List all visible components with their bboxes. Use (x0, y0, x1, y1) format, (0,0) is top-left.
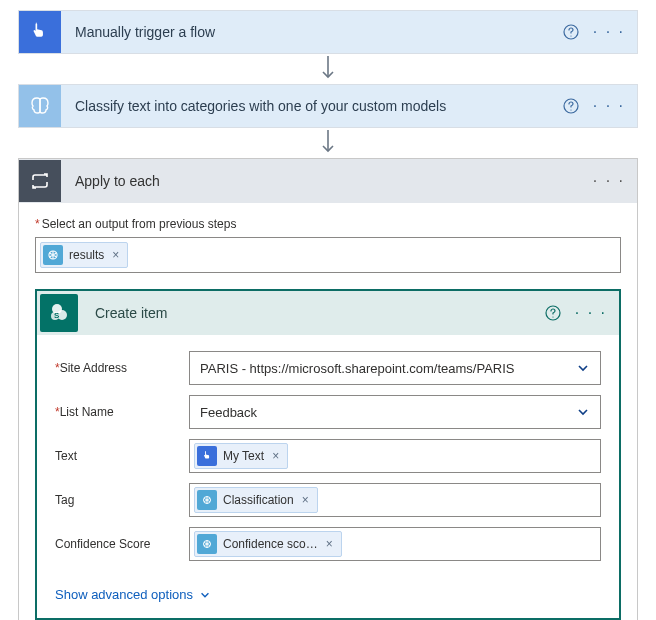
ai-icon (43, 245, 63, 265)
svg-point-4 (570, 109, 571, 110)
step-card-apply-to-each: Apply to each · · · *Select an output fr… (18, 158, 638, 620)
remove-token-icon[interactable]: × (270, 449, 281, 463)
text-label: Text (55, 449, 189, 463)
chevron-down-icon (199, 589, 211, 601)
confidence-input[interactable]: Confidence sco… × (189, 527, 601, 561)
list-name-select[interactable]: Feedback (189, 395, 601, 429)
step-title: Manually trigger a flow (61, 24, 563, 40)
flow-arrow-icon (18, 54, 638, 84)
confidence-label: Confidence Score (55, 537, 189, 551)
svg-point-1 (570, 35, 571, 36)
more-icon[interactable]: · · · (593, 23, 625, 41)
select-output-input[interactable]: results × (35, 237, 621, 273)
svg-point-12 (552, 316, 553, 317)
site-address-label: *Site Address (55, 361, 189, 375)
list-name-label: *List Name (55, 405, 189, 419)
token-my-text[interactable]: My Text × (194, 443, 288, 469)
touch-icon (197, 446, 217, 466)
more-icon[interactable]: · · · (593, 97, 625, 115)
text-input[interactable]: My Text × (189, 439, 601, 473)
remove-token-icon[interactable]: × (300, 493, 311, 507)
ai-brain-icon (19, 85, 61, 127)
more-icon[interactable]: · · · (575, 304, 607, 322)
step-title: Apply to each (61, 173, 593, 189)
help-icon[interactable] (563, 24, 579, 40)
chevron-down-icon (576, 361, 590, 375)
more-icon[interactable]: · · · (593, 172, 625, 190)
loop-icon (19, 160, 61, 202)
tag-input[interactable]: Classification × (189, 483, 601, 517)
chevron-down-icon (576, 405, 590, 419)
tag-label: Tag (55, 493, 189, 507)
token-classification[interactable]: Classification × (194, 487, 318, 513)
help-icon[interactable] (545, 305, 561, 321)
sharepoint-icon: S (40, 294, 78, 332)
touch-icon (19, 11, 61, 53)
step-card-create-item: S Create item · · · *Site Address (35, 289, 621, 620)
show-advanced-options-link[interactable]: Show advanced options (55, 583, 211, 606)
select-output-label: *Select an output from previous steps (35, 217, 621, 231)
ai-icon (197, 490, 217, 510)
step-title: Classify text into categories with one o… (61, 98, 563, 114)
svg-text:S: S (54, 311, 60, 320)
token-results[interactable]: results × (40, 242, 128, 268)
apply-header[interactable]: Apply to each · · · (19, 159, 637, 203)
remove-token-icon[interactable]: × (110, 248, 121, 262)
help-icon[interactable] (563, 98, 579, 114)
step-card-trigger[interactable]: Manually trigger a flow · · · (18, 10, 638, 54)
flow-arrow-icon (18, 128, 638, 158)
step-title: Create item (81, 305, 545, 321)
step-card-classify[interactable]: Classify text into categories with one o… (18, 84, 638, 128)
remove-token-icon[interactable]: × (324, 537, 335, 551)
site-address-select[interactable]: PARIS - https://microsoft.sharepoint.com… (189, 351, 601, 385)
create-item-header[interactable]: S Create item · · · (37, 291, 619, 335)
ai-icon (197, 534, 217, 554)
token-confidence-score[interactable]: Confidence sco… × (194, 531, 342, 557)
